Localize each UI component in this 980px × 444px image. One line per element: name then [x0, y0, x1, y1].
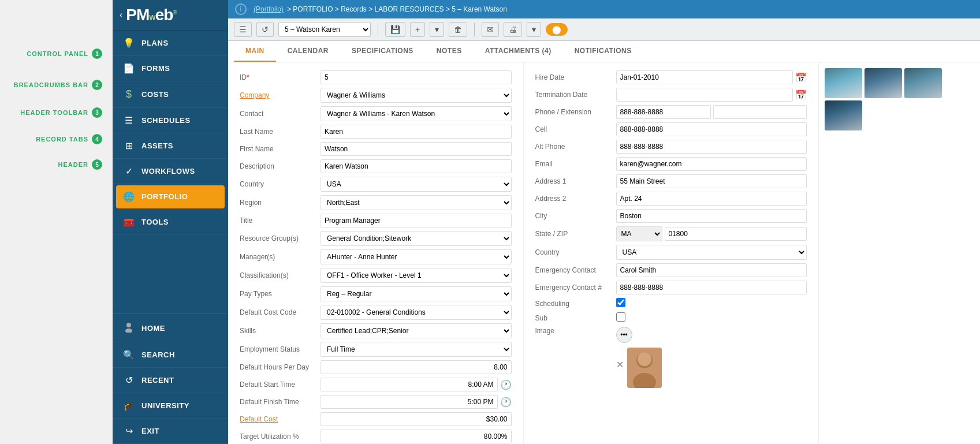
sidebar-item-home[interactable]: HOME [113, 314, 228, 342]
undo-button[interactable]: ↺ [256, 22, 274, 37]
sidebar-item-plans[interactable]: 💡 PLANS [113, 31, 228, 56]
list-view-button[interactable]: ☰ [234, 22, 252, 37]
scheduling-checkbox[interactable] [616, 298, 625, 307]
portfolio-icon: 🌐 [122, 191, 136, 202]
field-address1: Address 1 [535, 174, 807, 188]
field-email: Email [535, 157, 807, 171]
assets-icon: ⊞ [122, 140, 136, 151]
sidebar-nav: 💡 PLANS 📄 FORMS $ COSTS ☰ SCHEDULES ⊞ AS… [113, 31, 228, 314]
annotation-record-tabs: RECORD TABS 4 [36, 134, 108, 144]
field-hire-date: Hire Date 📅 [535, 70, 807, 84]
cell-input[interactable] [616, 122, 807, 136]
building-photos [825, 68, 974, 130]
sidebar-item-exit[interactable]: ↪ EXIT [113, 419, 228, 444]
emergency-contact-input[interactable] [616, 263, 807, 277]
collapse-icon[interactable]: ‹ [120, 10, 122, 20]
region-select[interactable]: North;East [321, 195, 512, 210]
sidebar-item-workflows[interactable]: ✓ WORKFLOWS [113, 159, 228, 184]
delete-button[interactable]: 🗑 [449, 22, 467, 37]
annotation-header: HEADER 5 [58, 159, 108, 170]
city-input[interactable] [616, 209, 807, 223]
breadcrumb-portfolio-link[interactable]: (Portfolio) [254, 5, 284, 13]
tab-calendar[interactable]: CALENDAR [276, 41, 340, 62]
annotation-breadcrumbs: BREADCRUMBS BAR 2 [14, 80, 108, 90]
target-utilization-input[interactable] [321, 430, 512, 443]
address2-input[interactable] [616, 192, 807, 206]
building-photo-4[interactable] [825, 100, 862, 130]
employment-status-select[interactable]: Full Time [321, 342, 512, 357]
forms-icon: 📄 [122, 63, 136, 74]
firstname-input[interactable] [321, 142, 512, 156]
managers-select[interactable]: AHunter - Anne Hunter [321, 249, 512, 264]
resource-group-select[interactable]: General Condition;Sitework [321, 231, 512, 246]
termination-date-input[interactable] [616, 88, 793, 102]
sidebar-item-recent[interactable]: ↺ RECENT [113, 368, 228, 393]
sidebar-item-forms[interactable]: 📄 FORMS [113, 56, 228, 81]
save-button[interactable]: 💾 [385, 22, 405, 37]
zip-input[interactable] [665, 227, 807, 241]
add-dropdown-button[interactable]: ▾ [430, 22, 444, 37]
contact-select[interactable]: Wagner & Williams - Karen Watson [321, 106, 512, 121]
building-photo-1[interactable] [825, 68, 862, 98]
annotation-panel: CONTROL PANEL 1 BREADCRUMBS BAR 2 HEADER… [0, 0, 113, 444]
default-cost-input[interactable] [321, 412, 512, 426]
recent-icon: ↺ [122, 375, 136, 386]
add-button[interactable]: + [410, 22, 425, 37]
id-input[interactable] [321, 70, 512, 84]
start-time-input[interactable] [321, 378, 498, 391]
sub-checkbox[interactable] [616, 312, 625, 322]
finish-time-input[interactable] [321, 395, 498, 409]
clock-icon-start[interactable]: 🕐 [500, 379, 512, 390]
alt-phone-input[interactable] [616, 140, 807, 154]
tab-main[interactable]: MAIN [234, 41, 276, 62]
tab-notes[interactable]: NOTES [425, 41, 474, 62]
country-select[interactable]: USA [321, 177, 512, 192]
hire-date-calendar-icon[interactable]: 📅 [795, 72, 807, 83]
phone-input[interactable] [616, 105, 711, 119]
record-select[interactable]: 5 – Watson Karen [278, 22, 371, 37]
classifications-select[interactable]: OFF1 - Office Worker - Level 1 [321, 268, 512, 283]
print-button[interactable]: 🖨 [504, 22, 522, 37]
image-options-button[interactable]: ••• [616, 327, 632, 343]
country-right-select[interactable]: USA [616, 245, 807, 260]
info-icon[interactable]: i [235, 3, 247, 15]
emergency-contact-num-input[interactable] [616, 281, 807, 294]
termination-date-calendar-icon[interactable]: 📅 [795, 89, 807, 100]
sidebar-item-search[interactable]: 🔍 SEARCH [113, 342, 228, 368]
sidebar-item-tools[interactable]: 🧰 TOOLS [113, 210, 228, 235]
extension-input[interactable] [713, 105, 807, 119]
pay-types-select[interactable]: Reg – Regular [321, 286, 512, 301]
address1-input[interactable] [616, 174, 807, 188]
print-dropdown-button[interactable]: ▾ [527, 22, 541, 37]
sidebar-item-university[interactable]: 🎓 UNIVERSITY [113, 393, 228, 419]
university-icon: 🎓 [122, 400, 136, 411]
svg-point-5 [638, 352, 651, 366]
default-cost-code-select[interactable]: 02-010002 - General Conditions [321, 305, 512, 320]
title-input[interactable] [321, 214, 512, 227]
field-title: Title [240, 214, 512, 227]
email-button[interactable]: ✉ [482, 22, 499, 37]
sidebar-item-costs[interactable]: $ COSTS [113, 81, 228, 108]
default-hours-input[interactable] [321, 360, 512, 374]
state-select[interactable]: MA [616, 226, 662, 241]
email-input[interactable] [616, 157, 807, 171]
tab-attachments[interactable]: ATTACHMENTS (4) [474, 41, 563, 62]
lastname-input[interactable] [321, 125, 512, 139]
sidebar-item-assets[interactable]: ⊞ ASSETS [113, 133, 228, 159]
building-photo-3[interactable] [904, 68, 942, 98]
company-select[interactable]: Wagner & Williams [321, 88, 512, 103]
hire-date-input[interactable] [616, 70, 793, 84]
clock-icon-finish[interactable]: 🕐 [500, 397, 512, 408]
toggle-button[interactable]: ⬤ [546, 23, 568, 36]
image-remove-button[interactable]: ✕ [616, 359, 624, 370]
toolbar-separator-2 [474, 23, 475, 36]
building-photo-2[interactable] [865, 68, 902, 98]
tab-specifications[interactable]: SPECIFICATIONS [340, 41, 425, 62]
tab-notifications[interactable]: NOTIFICATIONS [563, 41, 643, 62]
schedules-icon: ☰ [122, 115, 136, 126]
sidebar-item-portfolio[interactable]: 🌐 PORTFOLIO [116, 185, 225, 208]
skills-select[interactable]: Certified Lead;CPR;Senior [321, 323, 512, 338]
sidebar: ‹ PMWeb® 💡 PLANS 📄 FORMS $ COSTS ☰ SCHED… [113, 0, 228, 444]
description-input[interactable] [321, 159, 512, 173]
sidebar-item-schedules[interactable]: ☰ SCHEDULES [113, 108, 228, 133]
